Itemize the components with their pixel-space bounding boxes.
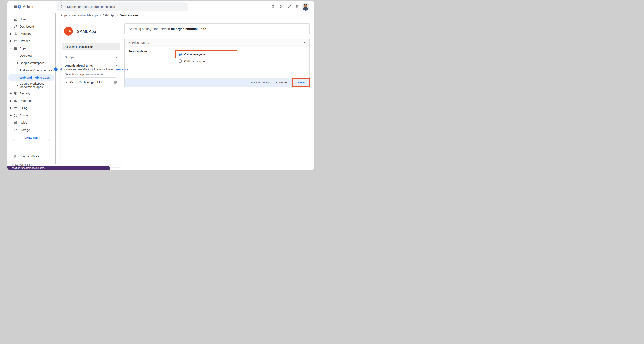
scope-summary-card: Showing settings for users in all organi… [124, 24, 310, 35]
avatar[interactable] [302, 3, 310, 11]
unsaved-changes-bar: 1 unsaved change CANCEL SAVE [124, 78, 310, 87]
divider [61, 52, 121, 52]
sidebar-scrollbar[interactable] [54, 13, 56, 164]
sidebar-item-devices[interactable]: Devices [8, 38, 57, 45]
chevron-down-icon[interactable] [115, 56, 118, 59]
sidebar-item-dashboard[interactable]: Dashboard [8, 23, 57, 30]
cloud-icon [14, 128, 18, 132]
svg-text:?: ? [289, 6, 290, 8]
app-scope-panel: SA SAML App All users in this account Gr… [61, 23, 121, 167]
sidebar-item-security[interactable]: Security [8, 90, 57, 97]
search-placeholder: Search for users, groups or settings [67, 5, 115, 9]
sidebar-item-billing[interactable]: Billing [8, 104, 57, 112]
home-icon [14, 17, 18, 21]
info-icon: i [54, 67, 58, 71]
service-status-field-label: Service status: [128, 50, 149, 53]
expand-right-icon[interactable] [16, 84, 18, 86]
sidebar-item-apps[interactable]: Apps [8, 45, 57, 52]
sidebar-item-home[interactable]: Home [8, 16, 57, 23]
app-avatar: SA [64, 27, 73, 36]
radio-on-selected[interactable] [178, 53, 182, 56]
account-icon [14, 113, 18, 117]
billing-icon [14, 106, 18, 110]
org-units-search-input[interactable]: Search for organisational units [65, 73, 103, 76]
status-text: Waiting for admin.google.com... [12, 167, 46, 169]
sidebar-item-google-workspace[interactable]: Google Workspace [8, 59, 57, 67]
breadcrumb-saml-app[interactable]: SAML App [102, 14, 115, 17]
help-icon: ? [288, 5, 292, 9]
org-unit-name: Cedex Technologies LLP [70, 81, 102, 84]
sidebar-item-reporting[interactable]: Reporting [8, 97, 57, 104]
breadcrumb-current-page: Service status [120, 14, 138, 17]
send-feedback-button[interactable]: Send feedback [8, 153, 57, 160]
rules-icon [14, 121, 18, 125]
sidebar-item-web-and-mobile-apps[interactable]: Web and mobile apps [8, 74, 57, 81]
devices-icon [14, 39, 18, 43]
chevron-up-icon[interactable] [115, 64, 118, 67]
info-note: i Most changes take effect within a few … [54, 67, 128, 71]
org-unit-row[interactable]: Cedex Technologies LLP [66, 80, 118, 85]
shield-icon [14, 92, 18, 96]
radio-option-off[interactable]: OFF for everyone [178, 60, 206, 63]
cancel-button[interactable]: CANCEL [276, 81, 288, 84]
product-title: Admin [23, 5, 34, 9]
sidebar-item-additional-google-services[interactable]: Additional Google services [8, 67, 57, 74]
tree-expand-down-icon[interactable] [66, 81, 68, 83]
google-admin-console: { "topbar": { "product": "Admin", "searc… [0, 0, 322, 172]
org-units-search-underline [65, 77, 116, 78]
all-users-scope-item[interactable]: All users in this account [62, 43, 120, 50]
breadcrumb-separator: › [69, 14, 70, 17]
section-title: Service status: [128, 41, 149, 45]
sidebar-item-rules[interactable]: Rules [8, 119, 57, 126]
breadcrumb-separator: › [117, 14, 118, 17]
org-unit-status-dot [114, 81, 117, 84]
scope-summary-target: all organisational units [171, 27, 206, 31]
sidebar-item-directory[interactable]: Directory [8, 30, 57, 38]
app-title: SAML App [77, 29, 96, 34]
browser-status-tooltip: Waiting for admin.google.com... [8, 166, 110, 170]
expand-right-icon[interactable] [10, 114, 12, 116]
breadcrumb: Apps › Web and mobile apps › SAML App › … [61, 14, 138, 17]
tasks-button[interactable] [278, 4, 284, 10]
reporting-icon [14, 99, 18, 103]
sidebar-item-overview[interactable]: Overview [8, 52, 57, 59]
search-input[interactable]: Search for users, groups or settings [57, 3, 188, 11]
expand-right-icon[interactable] [10, 33, 12, 35]
dashboard-icon [14, 25, 18, 29]
apps-grid-icon [296, 5, 300, 9]
expand-down-icon[interactable] [10, 48, 12, 49]
expand-right-icon[interactable] [10, 100, 12, 102]
unsaved-changes-count: 1 unsaved change [249, 81, 270, 84]
service-status-header[interactable]: Service status: [124, 39, 310, 47]
help-button[interactable]: ? [287, 4, 292, 10]
sidebar-item-storage[interactable]: Storage [8, 126, 57, 134]
expand-right-icon[interactable] [10, 93, 12, 95]
admin-logo-icon [17, 4, 22, 9]
show-less-button[interactable]: Show less [13, 135, 50, 141]
expand-right-icon[interactable] [16, 62, 18, 64]
sidebar-item-google-workspace-marketplace-apps[interactable]: Google Workspace Marketplace apps [8, 82, 57, 89]
divider [61, 42, 121, 42]
learn-more-link[interactable]: Learn more [115, 68, 128, 71]
bell-icon [271, 5, 275, 9]
breadcrumb-apps[interactable]: Apps [61, 14, 67, 17]
feedback-icon [14, 154, 18, 158]
copyright-text: © 2023 Google Inc. [12, 164, 32, 166]
header-divider [57, 19, 314, 19]
apps-launcher-button[interactable] [295, 4, 300, 10]
save-button[interactable]: SAVE [297, 81, 304, 84]
directory-icon [14, 32, 18, 36]
expand-right-icon[interactable] [10, 107, 12, 109]
expand-right-icon[interactable] [10, 40, 12, 42]
apps-icon [14, 46, 18, 50]
radio-option-on[interactable]: ON for everyone [178, 53, 205, 56]
hourglass-icon [279, 5, 283, 9]
notifications-button[interactable] [270, 4, 276, 10]
scope-summary-prefix: Showing settings for users in [129, 27, 170, 31]
radio-off-unselected[interactable] [178, 60, 182, 63]
sidebar-item-account[interactable]: Account [8, 112, 57, 119]
collapse-chevron-up-icon[interactable] [302, 41, 306, 44]
search-icon [60, 5, 64, 9]
groups-accordion[interactable]: Groups [64, 55, 118, 60]
breadcrumb-web-and-mobile-apps[interactable]: Web and mobile apps [72, 14, 98, 17]
